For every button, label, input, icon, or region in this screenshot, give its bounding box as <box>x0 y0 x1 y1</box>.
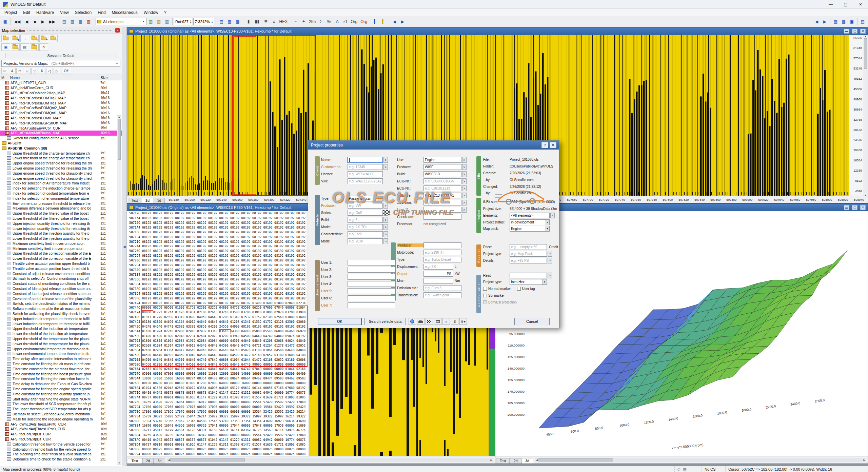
open-folder-icon[interactable]: ▾ <box>11 35 20 42</box>
horizontal-scrollbar[interactable]: ◀▶ <box>535 458 866 462</box>
hexdump-row[interactable]: 5071A4 08192 08192 08192 08192 08192 081… <box>127 225 309 230</box>
hextext-tab-3d[interactable]: 3d <box>154 458 165 464</box>
checkbox-user-tag[interactable]: User tag <box>517 287 535 291</box>
map-list-item[interactable]: Upper threshold of the correction variab… <box>0 251 122 256</box>
hexdump-row[interactable]: 50762C 04550 01800 01804 02084 04500 046… <box>127 362 309 367</box>
map-list-item[interactable]: AFS_stPlsMonMdlPlausb_MAP16x16 <box>0 131 122 136</box>
ok-button[interactable]: OK <box>318 318 362 325</box>
hexdump-row[interactable]: 507564 01800 01804 01064 02084 01962 020… <box>127 339 309 343</box>
group-tab-file[interactable]: File <box>476 156 481 196</box>
hexdump-row[interactable]: 507514 01400 01924 02240 02900 02916 029… <box>127 329 309 334</box>
expand-button[interactable]: > <box>383 224 388 230</box>
map-list-item[interactable]: Throttle valve actuator position lower t… <box>0 266 122 271</box>
box-filter-icon[interactable]: □ <box>16 68 23 74</box>
folder-up-icon[interactable]: ↑ <box>30 35 39 42</box>
more-button[interactable]: » <box>442 318 450 325</box>
menu-edit[interactable]: Edit <box>20 9 33 16</box>
times1-icon[interactable]: ×1 <box>341 18 349 26</box>
group-tab-user-defined[interactable]: User defined <box>315 260 320 311</box>
map-list-item[interactable]: Lower threshold of the correction variab… <box>0 256 122 261</box>
map-list-item[interactable]: AFS_facPlsCorBasEOMQnt1_MAP16x16 <box>0 111 122 116</box>
prev-difference-icon[interactable]: ◀ <box>391 18 398 26</box>
scroll-left-icon[interactable]: ◀ <box>536 459 537 461</box>
next-difference-icon[interactable]: ▶ <box>399 18 407 26</box>
hexdump-row[interactable]: 5076CC 00100 00200 00300 00400 01000 012… <box>127 381 309 386</box>
expand-button[interactable]: > <box>383 217 388 223</box>
hexdump-row[interactable]: 5075B4 02408 02964 03364 04012 04640 048… <box>127 348 309 353</box>
hexdump-row[interactable]: 50726C 08192 08192 08192 08192 08192 081… <box>127 249 309 254</box>
view-3d-icon[interactable]: ▩ <box>77 18 84 26</box>
field-input-ecu-nr[interactable]: e.g. 03G906016GN <box>423 178 461 184</box>
menu-window[interactable]: Window <box>141 9 161 16</box>
map-list-item[interactable]: Upper injection quantity threshold for r… <box>0 221 122 226</box>
field-input-read[interactable] <box>510 273 547 278</box>
col-4-icon[interactable]: ≣ <box>262 18 270 26</box>
map-list-item[interactable]: Index for selection of coolant temperatu… <box>0 191 122 196</box>
map-list-item[interactable]: The upper threshold of SCR temperature f… <box>0 407 122 412</box>
field-input-producer[interactable] <box>423 242 461 248</box>
pane-right-icon[interactable]: ▶ <box>821 18 829 26</box>
hexdump-row[interactable]: 5074EC 04240 04640 04740 02930 03330 038… <box>127 324 309 329</box>
pane-left-icon[interactable]: ◀ <box>813 18 821 26</box>
field-input-build[interactable]: WISEC13 <box>423 171 461 177</box>
cancel-button[interactable]: Cancel <box>514 318 550 325</box>
map-list-item[interactable]: The blocking time after finish of a vali… <box>0 452 122 457</box>
hexdump-row[interactable]: 5078AC 00410 04942 00373 06873 00337 068… <box>127 438 309 442</box>
map-list-item[interactable]: AFS_facPlsCorBasEOMTrq1_MAP16x16 <box>0 100 122 105</box>
map-list-item[interactable]: Upper threshold of the induction air tem… <box>0 326 122 331</box>
cascade-window-icon[interactable]: ▩ <box>840 18 848 26</box>
field-input-user-3[interactable] <box>348 274 395 280</box>
hexdump-row[interactable]: 50758C 02608 01084 01304 02984 04012 046… <box>127 343 309 348</box>
hexdump-row[interactable]: 507244 08192 08192 08192 08192 08192 081… <box>127 244 309 249</box>
map-list-item[interactable]: Constant of adjust release environment c… <box>0 271 122 276</box>
map-list-item[interactable]: Minimum sensitivity limit in overrun ope… <box>0 246 122 251</box>
group-tab-communication[interactable]: Communication <box>476 275 481 313</box>
expand-button[interactable]: > <box>462 157 467 163</box>
map-grid-icon[interactable]: ▦ <box>85 18 93 26</box>
menu-miscellaneous[interactable]: Miscellaneous <box>109 9 141 16</box>
map-list-item[interactable]: AFS_tILPFltPT1_CUR7x1 <box>0 80 122 85</box>
hexdump-2d-window-titlebar[interactable]: Project_101060.ols (Original) as <All el… <box>127 27 868 35</box>
surface-tab-text[interactable]: Text <box>496 458 510 464</box>
field-input-transmission[interactable]: e.g. Switch gear <box>423 292 461 298</box>
finish-flag-icon[interactable] <box>426 318 433 325</box>
group-tab-client[interactable]: Client <box>315 156 320 185</box>
prev-filter-icon[interactable]: ◁ <box>46 68 53 74</box>
menu-[interactable]: ? <box>161 9 170 16</box>
hexdump-row[interactable]: 50753C 01400 01600 01800 02048 02234 026… <box>127 334 309 339</box>
funnel-icon[interactable]: ▽ <box>24 68 31 74</box>
scroll-thumb[interactable] <box>118 119 121 160</box>
map-list-item[interactable]: Upper engine speed threshold for plausib… <box>0 171 122 176</box>
map-list-item[interactable]: Lower injection quantity threshold for r… <box>0 226 122 231</box>
field-input-project-type[interactable]: Intel-Hex▾ <box>510 279 547 285</box>
tile-window-icon[interactable]: ▦ <box>832 18 840 26</box>
sync-folder-icon[interactable]: ↔ <box>30 43 39 51</box>
folder-search-icon[interactable]: * <box>39 35 48 42</box>
child-minimize-icon[interactable]: ▬ <box>844 29 849 34</box>
hexdump-row[interactable]: 50744C 00000 00250 00500 01000 01750 025… <box>127 306 309 310</box>
map-list-item[interactable]: Upper engine speed threshold for releasi… <box>0 161 122 166</box>
panel-close-button[interactable]: × <box>115 28 120 33</box>
field-input-vin[interactable]: e.g. WAUZZZ8E25A23 <box>348 178 383 184</box>
surface-tab-3d[interactable]: 3d <box>521 458 533 464</box>
map-list-item[interactable]: Constant of load adjust release conditio… <box>0 291 122 296</box>
scroll-left-icon[interactable]: ◀ <box>168 459 170 461</box>
field-input-map-pack[interactable]: Engine▾ <box>510 226 550 232</box>
checkbox-noread-marker[interactable]: Noread marker <box>483 287 511 291</box>
projects-versions-maps-combo[interactable]: Projects, Versions & Maps: (Ctrl+Shift+F… <box>1 60 120 67</box>
checkbox-spi-marker[interactable]: Spi marker <box>483 294 505 297</box>
field-input-type[interactable]: e.g. Turbo-Diesel <box>423 257 461 262</box>
map-list-item[interactable]: Cozstant of partial release status of th… <box>0 296 122 301</box>
folder-settings-icon[interactable]: + <box>49 35 58 42</box>
field-input-version[interactable]: e.g. 0003 <box>423 200 461 205</box>
map-list-item[interactable]: Time constant for filtering the boost pr… <box>0 371 122 376</box>
map-list-item[interactable]: Time constant for filtering the quantity… <box>0 391 122 396</box>
hexdump-row[interactable]: 507604 04500 04640 04840 04500 04640 047… <box>127 358 309 362</box>
map-list-item[interactable]: Upper environmental temperature threshol… <box>0 346 122 351</box>
elements-combo[interactable]: All elements▼ <box>96 18 146 25</box>
funnel-red-icon[interactable]: ▽ <box>31 68 38 74</box>
panel-grip[interactable] <box>27 30 113 31</box>
map-list-item[interactable]: AFS_stPlsCorOpMode2Map_MAP16x11 <box>0 91 122 96</box>
map-list-item[interactable]: Time constant for filtering the correcti… <box>0 376 122 381</box>
window-text-icon[interactable]: ▤ <box>217 18 225 26</box>
